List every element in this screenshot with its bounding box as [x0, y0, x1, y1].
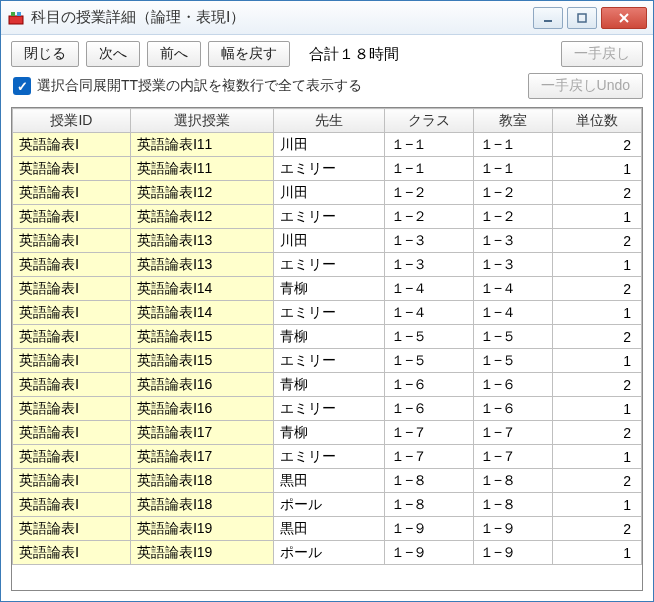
table-cell: １−８: [385, 469, 474, 493]
table-cell: 英語論表Ⅰ: [13, 205, 131, 229]
table-cell: １−８: [473, 469, 552, 493]
table-cell: １−５: [385, 349, 474, 373]
table-row[interactable]: 英語論表Ⅰ英語論表Ⅰ14青柳１−４１−４2: [13, 277, 642, 301]
table-cell: 英語論表Ⅰ12: [130, 181, 273, 205]
titlebar: 科目の授業詳細（論理・表現Ⅰ）: [1, 1, 653, 35]
table-cell: エミリー: [273, 253, 384, 277]
table-row[interactable]: 英語論表Ⅰ英語論表Ⅰ16エミリー１−６１−６1: [13, 397, 642, 421]
close-window-button[interactable]: [601, 7, 647, 29]
table-cell: エミリー: [273, 157, 384, 181]
table-row[interactable]: 英語論表Ⅰ英語論表Ⅰ15エミリー１−５１−５1: [13, 349, 642, 373]
table-cell: 1: [553, 205, 642, 229]
table-cell: 2: [553, 421, 642, 445]
table-row[interactable]: 英語論表Ⅰ英語論表Ⅰ13川田１−３１−３2: [13, 229, 642, 253]
app-window: 科目の授業詳細（論理・表現Ⅰ） 閉じる 次へ 前へ 幅を戻す 合計１８時間 一手…: [0, 0, 654, 602]
table-cell: １−５: [385, 325, 474, 349]
table-cell: １−７: [473, 421, 552, 445]
table-cell: １−４: [385, 277, 474, 301]
table-cell: １−９: [473, 517, 552, 541]
reset-width-button[interactable]: 幅を戻す: [208, 41, 290, 67]
expand-rows-checkbox[interactable]: ✓: [13, 77, 31, 95]
maximize-button[interactable]: [567, 7, 597, 29]
column-header[interactable]: 教室: [473, 109, 552, 133]
table-row[interactable]: 英語論表Ⅰ英語論表Ⅰ18ポール１−８１−８1: [13, 493, 642, 517]
table-cell: エミリー: [273, 397, 384, 421]
table-cell: 英語論表Ⅰ: [13, 157, 131, 181]
column-header[interactable]: 選択授業: [130, 109, 273, 133]
table-row[interactable]: 英語論表Ⅰ英語論表Ⅰ13エミリー１−３１−３1: [13, 253, 642, 277]
column-header[interactable]: 先生: [273, 109, 384, 133]
table-cell: 英語論表Ⅰ19: [130, 541, 273, 565]
table-cell: 英語論表Ⅰ: [13, 541, 131, 565]
table-row[interactable]: 英語論表Ⅰ英語論表Ⅰ11エミリー１−１１−１1: [13, 157, 642, 181]
table-cell: 2: [553, 373, 642, 397]
table-cell: 黒田: [273, 517, 384, 541]
table-cell: 青柳: [273, 373, 384, 397]
close-button[interactable]: 閉じる: [11, 41, 79, 67]
table-cell: 英語論表Ⅰ14: [130, 301, 273, 325]
table-cell: 川田: [273, 181, 384, 205]
table-cell: 英語論表Ⅰ: [13, 181, 131, 205]
table-row[interactable]: 英語論表Ⅰ英語論表Ⅰ18黒田１−８１−８2: [13, 469, 642, 493]
table-cell: 英語論表Ⅰ: [13, 253, 131, 277]
table-cell: 英語論表Ⅰ: [13, 421, 131, 445]
table-cell: １−２: [385, 181, 474, 205]
table-cell: 2: [553, 325, 642, 349]
table-cell: １−４: [385, 301, 474, 325]
table-row[interactable]: 英語論表Ⅰ英語論表Ⅰ14エミリー１−４１−４1: [13, 301, 642, 325]
lesson-table: 授業ID選択授業先生クラス教室単位数 英語論表Ⅰ英語論表Ⅰ11川田１−１１−１2…: [12, 108, 642, 565]
table-cell: 1: [553, 349, 642, 373]
column-header[interactable]: クラス: [385, 109, 474, 133]
undo-button[interactable]: 一手戻し: [561, 41, 643, 67]
table-cell: ポール: [273, 541, 384, 565]
table-cell: 1: [553, 253, 642, 277]
table-cell: １−９: [385, 541, 474, 565]
svg-rect-1: [11, 12, 15, 16]
table-cell: 英語論表Ⅰ17: [130, 445, 273, 469]
table-cell: 2: [553, 181, 642, 205]
table-cell: １−１: [385, 157, 474, 181]
undo-with-label-button[interactable]: 一手戻しUndo: [528, 73, 643, 99]
table-cell: 青柳: [273, 421, 384, 445]
table-cell: 1: [553, 301, 642, 325]
table-row[interactable]: 英語論表Ⅰ英語論表Ⅰ15青柳１−５１−５2: [13, 325, 642, 349]
table-row[interactable]: 英語論表Ⅰ英語論表Ⅰ19黒田１−９１−９2: [13, 517, 642, 541]
table-cell: 英語論表Ⅰ: [13, 373, 131, 397]
expand-rows-label[interactable]: 選択合同展開TT授業の内訳を複数行で全て表示する: [37, 77, 362, 95]
table-cell: 英語論表Ⅰ12: [130, 205, 273, 229]
table-cell: １−７: [385, 421, 474, 445]
column-header[interactable]: 単位数: [553, 109, 642, 133]
table-row[interactable]: 英語論表Ⅰ英語論表Ⅰ12川田１−２１−２2: [13, 181, 642, 205]
table-cell: １−６: [473, 373, 552, 397]
table-cell: 英語論表Ⅰ: [13, 229, 131, 253]
toolbar: 閉じる 次へ 前へ 幅を戻す 合計１８時間 一手戻し: [1, 35, 653, 71]
table-cell: 英語論表Ⅰ17: [130, 421, 273, 445]
table-cell: １−２: [385, 205, 474, 229]
next-button[interactable]: 次へ: [86, 41, 140, 67]
table-cell: エミリー: [273, 205, 384, 229]
table-row[interactable]: 英語論表Ⅰ英語論表Ⅰ11川田１−１１−１2: [13, 133, 642, 157]
table-cell: 2: [553, 517, 642, 541]
minimize-button[interactable]: [533, 7, 563, 29]
table-row[interactable]: 英語論表Ⅰ英語論表Ⅰ16青柳１−６１−６2: [13, 373, 642, 397]
table-cell: １−５: [473, 325, 552, 349]
table-row[interactable]: 英語論表Ⅰ英語論表Ⅰ12エミリー１−２１−２1: [13, 205, 642, 229]
table-cell: 英語論表Ⅰ15: [130, 349, 273, 373]
table-row[interactable]: 英語論表Ⅰ英語論表Ⅰ17青柳１−７１−７2: [13, 421, 642, 445]
table-cell: 1: [553, 397, 642, 421]
table-row[interactable]: 英語論表Ⅰ英語論表Ⅰ19ポール１−９１−９1: [13, 541, 642, 565]
window-title: 科目の授業詳細（論理・表現Ⅰ）: [31, 8, 533, 27]
table-cell: 英語論表Ⅰ: [13, 349, 131, 373]
table-cell: 1: [553, 541, 642, 565]
table-cell: １−３: [385, 253, 474, 277]
table-cell: １−３: [473, 229, 552, 253]
prev-button[interactable]: 前へ: [147, 41, 201, 67]
table-container[interactable]: 授業ID選択授業先生クラス教室単位数 英語論表Ⅰ英語論表Ⅰ11川田１−１１−１2…: [11, 107, 643, 591]
table-cell: エミリー: [273, 349, 384, 373]
table-row[interactable]: 英語論表Ⅰ英語論表Ⅰ17エミリー１−７１−７1: [13, 445, 642, 469]
column-header[interactable]: 授業ID: [13, 109, 131, 133]
table-cell: 2: [553, 277, 642, 301]
table-cell: 英語論表Ⅰ: [13, 493, 131, 517]
table-cell: 青柳: [273, 277, 384, 301]
table-cell: ポール: [273, 493, 384, 517]
